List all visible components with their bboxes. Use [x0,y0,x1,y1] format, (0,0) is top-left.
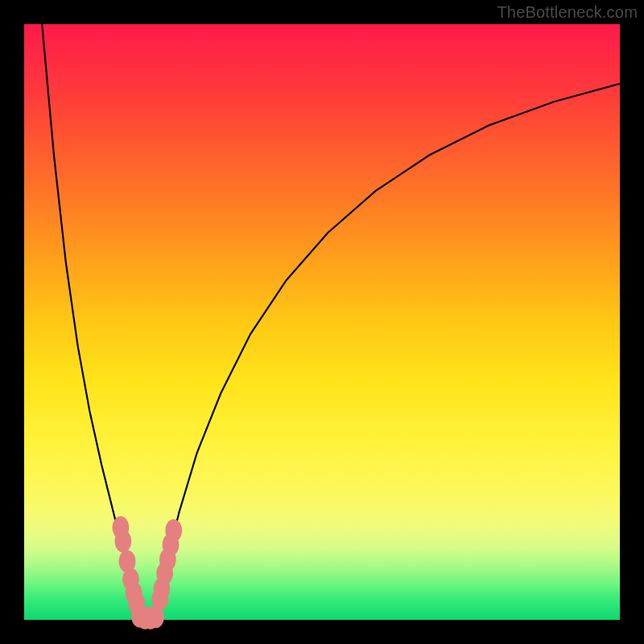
watermark-text: TheBottleneck.com [497,3,638,22]
chart-frame: TheBottleneck.com [0,0,644,644]
marker-layer [113,516,183,629]
curves-svg [24,24,620,620]
marker-dot [165,519,182,542]
right-curve [152,84,620,620]
marker-dot [114,530,131,552]
plot-area [24,24,620,620]
